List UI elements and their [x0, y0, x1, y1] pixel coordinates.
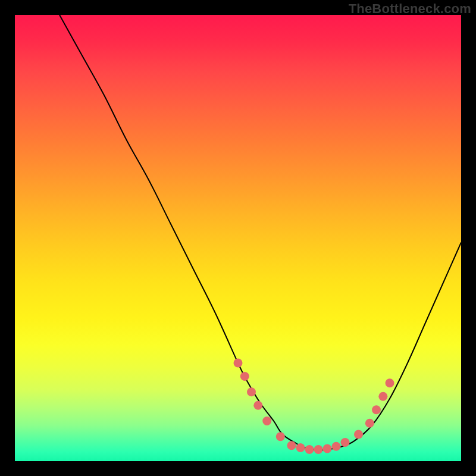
marker-dot: [276, 432, 285, 441]
marker-dot: [341, 438, 350, 447]
marker-dot: [323, 444, 332, 453]
marker-dot: [287, 441, 296, 450]
marker-dot: [296, 443, 305, 452]
chart-overlay: [15, 15, 461, 461]
marker-dot: [262, 416, 271, 425]
marker-dot: [386, 378, 394, 387]
marker-dot: [247, 387, 256, 396]
plot-area: [15, 15, 461, 461]
outer-frame: TheBottleneck.com: [0, 0, 476, 476]
marker-dot: [253, 401, 262, 410]
marker-dot: [240, 372, 249, 381]
marker-dot: [354, 430, 363, 439]
marker-dot: [234, 359, 243, 368]
marker-dot: [305, 445, 314, 454]
watermark-text: TheBottleneck.com: [349, 1, 471, 17]
marker-dots-group: [234, 359, 394, 455]
marker-dot: [372, 405, 381, 414]
bottleneck-curve: [60, 15, 461, 450]
marker-dot: [378, 392, 387, 401]
marker-dot: [365, 419, 374, 428]
marker-dot: [314, 445, 323, 454]
marker-dot: [332, 442, 341, 451]
